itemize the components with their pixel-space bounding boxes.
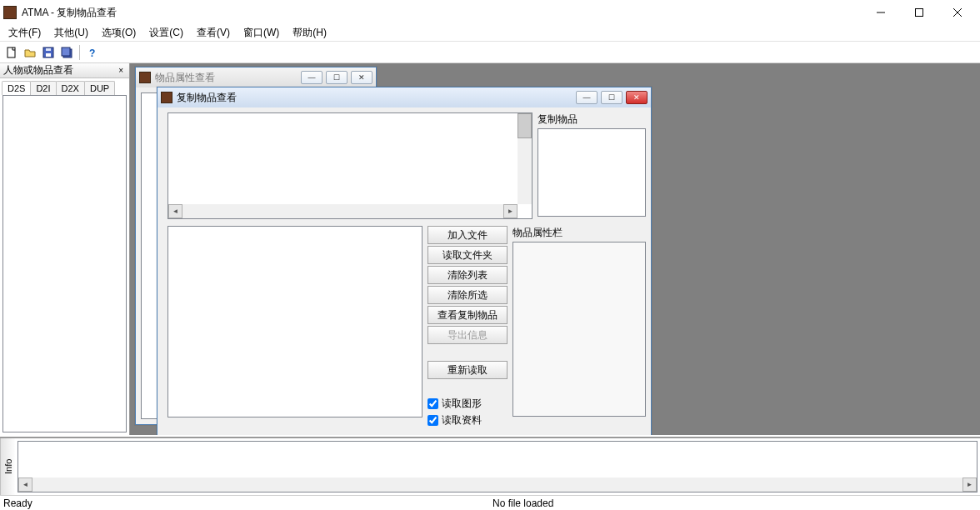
menu-bar: 文件(F) 其他(U) 选项(O) 设置(C) 查看(V) 窗口(W) 帮助(H… <box>0 25 980 42</box>
item-props-label: 物品属性栏 <box>512 226 646 240</box>
add-file-button[interactable]: 加入文件 <box>428 226 508 244</box>
read-data-label: 读取资料 <box>442 413 482 428</box>
save-all-icon[interactable] <box>58 44 75 61</box>
child-title-item-props[interactable]: 物品属性查看 — ☐ ✕ <box>136 68 376 88</box>
menu-other[interactable]: 其他(U) <box>48 24 95 42</box>
dupe-items-label: 复制物品 <box>538 112 646 127</box>
close-button[interactable] <box>938 0 977 25</box>
window-buttons <box>862 0 977 25</box>
scrollbar-track[interactable] <box>182 204 503 218</box>
child-title-text-dupe: 复制物品查看 <box>177 91 572 105</box>
child-window-dupe-viewer[interactable]: 复制物品查看 — ☐ ✕ ◄ ► 复制物品 <box>157 87 652 435</box>
scroll-left-icon[interactable]: ◄ <box>168 204 182 218</box>
child-title-text-item-props: 物品属性查看 <box>155 71 298 85</box>
dupe-button-column: 加入文件 读取文件夹 清除列表 清除所选 查看复制物品 导出信息 重新读取 读取… <box>428 226 508 428</box>
menu-window[interactable]: 窗口(W) <box>237 24 286 42</box>
child-minimize-button[interactable]: — <box>301 71 322 84</box>
svg-rect-6 <box>46 53 51 57</box>
horizontal-scrollbar[interactable]: ◄ ► <box>168 204 518 218</box>
read-folder-button[interactable]: 读取文件夹 <box>428 246 508 264</box>
scroll-right-icon[interactable]: ► <box>962 478 977 492</box>
dupe-items-box[interactable] <box>538 128 646 217</box>
status-file: No file loaded <box>489 498 980 509</box>
save-icon[interactable] <box>40 44 57 61</box>
tab-d2x[interactable]: D2X <box>56 81 85 95</box>
open-icon[interactable] <box>22 44 38 61</box>
info-content[interactable]: ◄ ► <box>18 441 978 492</box>
child-title-dupe[interactable]: 复制物品查看 — ☐ ✕ <box>158 88 651 108</box>
info-tab[interactable]: Info <box>0 438 15 495</box>
read-graphic-label: 读取图形 <box>442 397 482 411</box>
menu-settings[interactable]: 设置(C) <box>142 24 190 42</box>
dupe-top-row: ◄ ► 复制物品 <box>168 112 646 219</box>
titlebar: ATMA - 复制物品查看 <box>0 0 980 25</box>
svg-rect-7 <box>46 48 51 51</box>
item-props-panel: 物品属性栏 <box>512 226 646 428</box>
left-dock-tabs: D2S D2I D2X DUP <box>0 78 129 95</box>
read-data-checkbox[interactable]: 读取资料 <box>428 412 508 428</box>
tab-dup[interactable]: DUP <box>84 81 115 95</box>
status-bar: Ready No file loaded <box>0 495 980 510</box>
child-minimize-button[interactable]: — <box>576 91 598 104</box>
client-area: 人物或物品查看 × D2S D2I D2X DUP 物品属性查看 — ☐ ✕ <box>0 63 980 435</box>
toolbar-separator <box>79 45 80 60</box>
bottom-info-panel: Info ◄ ► <box>0 437 980 495</box>
svg-rect-9 <box>62 48 70 56</box>
child-maximize-button[interactable]: ☐ <box>326 71 348 84</box>
app-icon <box>3 6 17 19</box>
dupe-file-list[interactable]: ◄ ► <box>168 112 532 219</box>
view-dupes-button[interactable]: 查看复制物品 <box>428 306 508 324</box>
tab-d2i[interactable]: D2I <box>30 81 56 95</box>
read-graphic-checkbox[interactable]: 读取图形 <box>428 396 508 411</box>
left-dock-title: 人物或物品查看 <box>3 63 73 78</box>
child-icon <box>139 72 151 83</box>
left-dock-close-icon[interactable]: × <box>116 66 126 75</box>
dupe-mid-row: 加入文件 读取文件夹 清除列表 清除所选 查看复制物品 导出信息 重新读取 读取… <box>168 226 646 428</box>
scrollbar-thumb[interactable] <box>518 113 532 138</box>
child-close-button[interactable]: ✕ <box>351 71 372 84</box>
export-info-button[interactable]: 导出信息 <box>428 326 508 344</box>
child-body-dupe: ◄ ► 复制物品 加入文件 读取文件夹 清除列 <box>158 108 651 435</box>
new-icon[interactable] <box>3 44 20 61</box>
clear-list-button[interactable]: 清除列表 <box>428 266 508 284</box>
left-dock-header: 人物或物品查看 × <box>0 63 129 78</box>
toolbar: ? <box>0 42 980 63</box>
svg-rect-1 <box>916 9 923 17</box>
menu-options[interactable]: 选项(O) <box>95 24 142 42</box>
read-graphic-input[interactable] <box>428 398 438 409</box>
scrollbar-track[interactable] <box>32 478 962 492</box>
svg-text:?: ? <box>89 48 95 58</box>
minimize-button[interactable] <box>862 0 900 25</box>
child-close-button[interactable]: ✕ <box>626 91 648 104</box>
info-horizontal-scrollbar[interactable]: ◄ ► <box>18 478 977 492</box>
vertical-scrollbar[interactable] <box>518 113 532 204</box>
status-ready: Ready <box>0 498 489 509</box>
menu-file[interactable]: 文件(F) <box>2 24 48 42</box>
child-maximize-button[interactable]: ☐ <box>601 91 622 104</box>
maximize-button[interactable] <box>900 0 938 25</box>
left-dock-content[interactable] <box>2 95 127 432</box>
item-props-box[interactable] <box>512 242 646 417</box>
tab-d2s[interactable]: D2S <box>2 81 31 95</box>
clear-selection-button[interactable]: 清除所选 <box>428 286 508 304</box>
dupe-result-list[interactable] <box>168 226 422 418</box>
dupe-items-panel: 复制物品 <box>538 112 646 219</box>
menu-help[interactable]: 帮助(H) <box>286 24 333 42</box>
left-dock-panel: 人物或物品查看 × D2S D2I D2X DUP <box>0 63 130 435</box>
menu-view[interactable]: 查看(V) <box>190 24 237 42</box>
help-icon[interactable]: ? <box>84 44 101 61</box>
read-data-input[interactable] <box>428 415 438 426</box>
mdi-area: 物品属性查看 — ☐ ✕ 复制物品查看 — ☐ ✕ <box>130 63 980 435</box>
svg-rect-4 <box>8 48 15 58</box>
scroll-right-icon[interactable]: ► <box>503 204 518 218</box>
window-title: ATMA - 复制物品查看 <box>22 6 862 20</box>
scroll-left-icon[interactable]: ◄ <box>18 478 32 492</box>
child-icon <box>161 92 172 103</box>
reread-button[interactable]: 重新读取 <box>428 361 508 379</box>
